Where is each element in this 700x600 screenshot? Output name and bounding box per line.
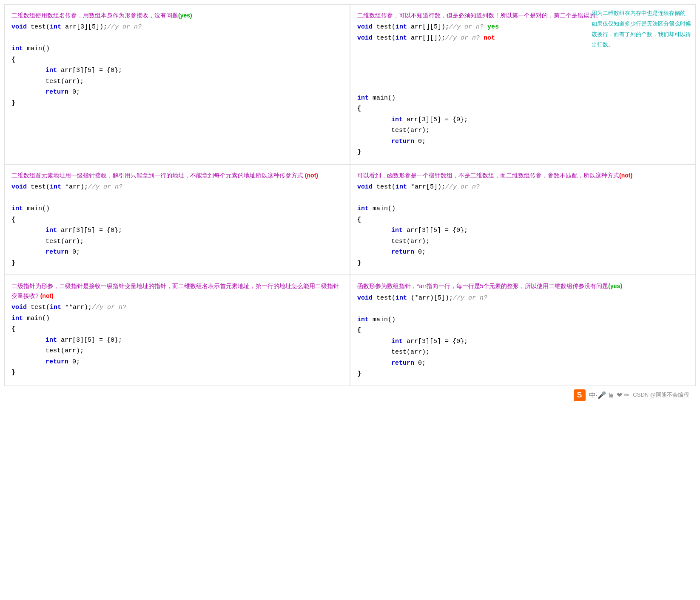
- logo-icons: 中·🎤 🖥 ❤ ✏: [589, 390, 630, 401]
- code-top-right-main: int main() { int arr[3][5] = {0}; test(a…: [357, 82, 689, 158]
- cyan-note-top-right: 因为二维数组在内存中也是连续存储的 如果仅仅知道多少行是无法区分很么时候 该换行…: [592, 9, 691, 51]
- section-mid-right: 可以看到，函数形参是一个指针数组，不是二维数组，而二维数组传参，参数不匹配，所以…: [350, 164, 696, 275]
- code-bot-left: void test(int **arr);//y or n? int main(…: [11, 302, 343, 378]
- code-mid-right: void test(int *arr[5]);//y or n? int mai…: [357, 182, 689, 269]
- comment-mid-right: 可以看到，函数形参是一个指针数组，不是二维数组，而二维数组传参，参数不匹配，所以…: [357, 171, 689, 180]
- logo-area: S 中·🎤 🖥 ❤ ✏ CSDN @阿熊不会编程: [4, 386, 696, 405]
- comment-top-left: 二维数组使用数组名传参，用数组本身作为形参接收，没有问题(yes): [11, 11, 343, 20]
- section-top-left: 二维数组使用数组名传参，用数组本身作为形参接收，没有问题(yes) void t…: [4, 4, 350, 164]
- section-mid-left: 二维数组首元素地址用一级指针接收，解引用只能拿到一行的地址，不能拿到每个元素的地…: [4, 164, 350, 275]
- section-bot-left: 二级指针为形参，二级指针是接收一级指针变量地址的指针，而二维数组名表示首元素地址…: [4, 275, 350, 386]
- code-mid-left: void test(int *arr);//y or n? int main()…: [11, 182, 343, 269]
- logo-text: CSDN @阿熊不会编程: [633, 391, 689, 400]
- comment-bot-right: 函数形参为数组指针，*arr指向一行，每一行是5个元素的整形，所以使用二维数组传…: [357, 281, 689, 291]
- section-bot-right: 函数形参为数组指针，*arr指向一行，每一行是5个元素的整形，所以使用二维数组传…: [350, 275, 696, 386]
- csdn-logo-icon: S: [574, 389, 586, 401]
- code-top-left: void test(int arr[3][5]);//y or n? int m…: [11, 22, 343, 109]
- comment-mid-left: 二维数组首元素地址用一级指针接收，解引用只能拿到一行的地址，不能拿到每个元素的地…: [11, 171, 343, 180]
- code-bot-right: void test(int (*arr)[5]);//y or n? int m…: [357, 293, 689, 380]
- comment-bot-left: 二级指针为形参，二级指针是接收一级指针变量地址的指针，而二维数组名表示首元素地址…: [11, 281, 343, 300]
- section-top-right: 二维数组传参，可以不知道行数，但是必须知道列数！所以第一个是对的，第二个是错误的…: [350, 4, 696, 164]
